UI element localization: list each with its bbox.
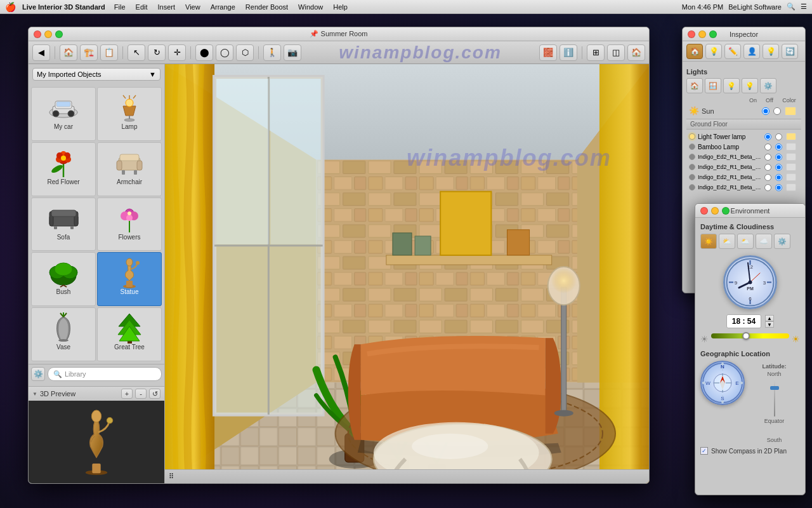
time-increment-button[interactable]: ▲	[765, 315, 774, 321]
light-0-on[interactable]	[764, 133, 771, 140]
zoom-in-button[interactable]: +	[121, 389, 133, 399]
light-5-color[interactable]	[786, 184, 796, 191]
menu-edit[interactable]: Edit	[132, 3, 152, 11]
env-maximize-button[interactable]	[722, 207, 730, 215]
object-cell-my-car[interactable]: My car	[31, 87, 96, 141]
toolbar-view2[interactable]: ◫	[607, 44, 625, 61]
toolbar-oval[interactable]: ◯	[216, 44, 233, 61]
zoom-out-button[interactable]: -	[135, 389, 147, 399]
menu-view[interactable]: View	[181, 3, 204, 11]
menu-window[interactable]: Window	[294, 3, 327, 11]
gear-button[interactable]: ⚙️	[31, 367, 45, 381]
menu-grid-icon[interactable]: ☰	[801, 3, 807, 11]
object-cell-red-flower[interactable]: Red Flower	[31, 142, 96, 196]
toolbar-person[interactable]: 🚶	[263, 44, 281, 61]
light-1-off[interactable]	[775, 144, 782, 150]
inspector-close-button[interactable]	[688, 30, 695, 38]
sun-off-radio[interactable]	[773, 107, 781, 115]
sun-color-swatch[interactable]	[785, 107, 796, 116]
svg-point-3	[53, 110, 59, 117]
light-2-off[interactable]	[775, 154, 782, 161]
brightness-thumb[interactable]	[742, 332, 750, 340]
inspector-tab-home[interactable]: 🏠	[686, 44, 703, 59]
refresh-button[interactable]: ↺	[149, 389, 160, 399]
day-btn-mostly-cloudy[interactable]: 🌥️	[737, 234, 754, 249]
light-4-on[interactable]	[764, 174, 771, 181]
inspector-tab-refresh[interactable]: 🔄	[782, 44, 798, 59]
light-2-on[interactable]	[764, 154, 771, 161]
brightness-slider[interactable]	[711, 333, 789, 338]
maximize-button[interactable]	[55, 30, 63, 38]
latitude-slider[interactable]	[774, 378, 775, 417]
menu-file[interactable]: File	[110, 3, 129, 11]
toolbar-select[interactable]: ↖	[128, 44, 145, 61]
toolbar-info[interactable]: ℹ️	[560, 44, 577, 61]
day-btn-partly[interactable]: ⛅	[719, 234, 735, 249]
day-btn-settings[interactable]: ⚙️	[774, 234, 790, 249]
light-3-off[interactable]	[775, 164, 782, 171]
object-cell-flowers[interactable]: Flowers	[97, 197, 162, 251]
light-3-on[interactable]	[764, 164, 771, 171]
menu-help[interactable]: Help	[329, 3, 351, 11]
latitude-thumb[interactable]	[770, 386, 779, 390]
day-btn-cloudy[interactable]: ☁️	[756, 234, 772, 249]
toolbar-back[interactable]: ◀	[32, 44, 50, 61]
menu-arrange[interactable]: Arrange	[207, 3, 239, 11]
light-0-color[interactable]	[786, 133, 796, 140]
light-2-color[interactable]	[786, 153, 796, 161]
env-close-button[interactable]	[700, 207, 708, 215]
light-btn-home[interactable]: 🏠	[686, 78, 703, 93]
light-3-color[interactable]	[786, 163, 796, 171]
toolbar-list[interactable]: 📋	[100, 44, 118, 61]
env-minimize-button[interactable]	[711, 207, 719, 215]
inspector-minimize-button[interactable]	[698, 30, 706, 38]
minimize-button[interactable]	[44, 30, 52, 38]
close-button[interactable]	[34, 30, 41, 38]
toolbar-3d[interactable]: 🏗️	[80, 44, 98, 61]
object-cell-armchair[interactable]: Armchair	[97, 142, 162, 196]
light-btn-window[interactable]: 🪟	[705, 78, 721, 93]
time-decrement-button[interactable]: ▼	[765, 321, 774, 328]
object-cell-lamp[interactable]: Lamp	[97, 87, 162, 141]
light-0-off[interactable]	[775, 133, 782, 140]
inspector-maximize-button[interactable]	[709, 30, 717, 38]
object-cell-great-tree[interactable]: Great Tree	[97, 307, 162, 361]
time-input-field[interactable]: 18 : 54	[726, 314, 761, 328]
toolbar-camera[interactable]: 📷	[284, 44, 301, 61]
toolbar-home[interactable]: 🏠	[627, 44, 645, 61]
day-btn-sunny[interactable]: ☀️	[700, 234, 717, 249]
toolbar-shape[interactable]: ⬡	[236, 44, 254, 61]
object-library-dropdown[interactable]: My Imported Objects ▼	[32, 68, 160, 81]
preview-header[interactable]: ▼ 3D Preview + - ↺	[29, 387, 164, 401]
sun-on-radio[interactable]	[762, 107, 769, 115]
toolbar-move[interactable]: ✛	[168, 44, 186, 61]
apple-menu[interactable]: 🍎	[5, 2, 16, 12]
object-cell-vase[interactable]: Vase	[31, 307, 96, 361]
inspector-tab-object[interactable]: 👤	[743, 44, 760, 59]
show-compass-checkbox[interactable]: ✓	[700, 447, 708, 455]
toolbar-object[interactable]: 🧱	[539, 44, 557, 61]
inspector-tab-light[interactable]: 💡	[705, 44, 722, 59]
toolbar-circle[interactable]: ⬤	[195, 44, 213, 61]
light-btn-settings[interactable]: ⚙️	[760, 78, 776, 93]
light-4-color[interactable]	[786, 173, 796, 181]
library-search-field[interactable]: 🔍 Library	[48, 367, 162, 381]
light-4-off[interactable]	[775, 174, 782, 181]
inspector-tab-material[interactable]: 💡	[763, 44, 779, 59]
toolbar-rotate[interactable]: ↻	[148, 44, 166, 61]
menu-search-icon[interactable]: 🔍	[787, 3, 796, 11]
light-1-on[interactable]	[764, 144, 771, 150]
light-5-on[interactable]	[764, 184, 771, 191]
object-cell-bush[interactable]: Bush	[31, 252, 96, 306]
light-5-off[interactable]	[775, 184, 782, 191]
light-1-color[interactable]	[786, 143, 796, 150]
object-cell-sofa[interactable]: Sofa	[31, 197, 96, 251]
menu-insert[interactable]: Insert	[154, 3, 180, 11]
toolbar-view1[interactable]: ⊞	[587, 44, 605, 61]
menu-render-boost[interactable]: Render Boost	[242, 3, 292, 11]
toolbar-floorplan[interactable]: 🏠	[60, 44, 77, 61]
inspector-tab-edit[interactable]: ✏️	[724, 44, 741, 59]
light-btn-lamp2[interactable]: 💡	[742, 78, 758, 93]
light-btn-lamp1[interactable]: 💡	[723, 78, 740, 93]
object-cell-statue[interactable]: Statue	[97, 252, 162, 306]
